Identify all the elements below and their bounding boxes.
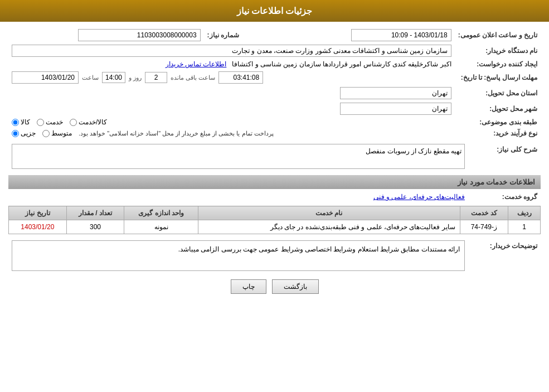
cell-date: 1403/01/20	[9, 220, 67, 234]
purchase-note: پرداخت تمام یا بخشی از مبلغ خریدار از مح…	[79, 130, 274, 137]
contact-link[interactable]: اطلاعات تماس خریدار	[166, 60, 227, 68]
purchase-type-row: پرداخت تمام یا بخشی از مبلغ خریدار از مح…	[8, 128, 455, 139]
response-date-row: 03:41:08 ساعت باقی مانده 2 روز و 14:00 س…	[8, 70, 455, 85]
buyer-org-box: سازمان زمین شناسی و اکتشافات معدنی کشور …	[12, 45, 451, 57]
category-goods-service-radio[interactable]	[70, 119, 77, 126]
info-table: تاریخ و ساعت اعلان عمومی: 1403/01/18 - 1…	[8, 27, 541, 139]
creator-text: اکبر شاکرخلیقه کندی کارشناس امور قرارداد…	[232, 60, 451, 68]
response-date-label: مهلت ارسال پاسخ: تا تاریخ:	[455, 70, 541, 85]
buyer-desc-value-cell: ارائه مستندات مطابق شرایط استعلام وشرایط…	[8, 239, 468, 273]
page-header: جزئیات اطلاعات نیاز	[0, 0, 549, 22]
response-time-box: 14:00	[102, 72, 125, 83]
creator-label: ایجاد کننده درخواست:	[455, 59, 541, 70]
announce-value: 1403/01/18 - 10:09	[293, 27, 455, 43]
cell-quantity: 300	[66, 220, 124, 234]
date-row: 03:41:08 ساعت باقی مانده 2 روز و 14:00 س…	[12, 71, 451, 84]
buyer-desc-box: ارائه مستندات مطابق شرایط استعلام وشرایط…	[12, 240, 465, 271]
col-quantity: تعداد / مقدار	[66, 206, 124, 220]
province-label: استان محل تحویل:	[455, 85, 541, 101]
services-table-body: 1 ز-749-74 سایر فعالیت‌های حرفه‌ای، علمی…	[9, 220, 541, 234]
creator-value: اکبر شاکرخلیقه کندی کارشناس امور قرارداد…	[8, 59, 455, 70]
buyer-org-label: نام دستگاه خریدار:	[455, 43, 541, 59]
remaining-time-box: 03:41:08	[218, 71, 263, 84]
purchase-partial-radio[interactable]	[12, 130, 19, 137]
response-time-label: ساعت	[82, 74, 99, 81]
category-goods-option[interactable]: کالا	[12, 118, 30, 126]
buyer-desc-label: توضیحات خریدار:	[468, 239, 541, 273]
col-unit: واحد اندازه گیری	[124, 206, 198, 220]
table-row: نام دستگاه خریدار: سازمان زمین شناسی و ا…	[8, 43, 541, 59]
category-service-option[interactable]: خدمت	[37, 118, 63, 126]
services-table: ردیف کد خدمت نام خدمت واحد اندازه گیری ت…	[8, 206, 541, 234]
tender-number-value: 1103003008000003	[8, 27, 204, 43]
purchase-partial-option[interactable]: جزیی	[12, 129, 36, 137]
buyer-desc-table: توضیحات خریدار: ارائه مستندات مطابق شرای…	[8, 239, 541, 273]
category-goods-radio[interactable]	[12, 119, 19, 126]
services-section-header: اطلاعات خدمات مورد نیاز	[8, 175, 541, 189]
buyer-desc-row: توضیحات خریدار: ارائه مستندات مطابق شرای…	[8, 239, 541, 273]
cell-service-name: سایر فعالیت‌های حرفه‌ای، علمی و فنی طبقه…	[198, 220, 460, 234]
category-radios: کالا/خدمت خدمت کالا	[8, 117, 455, 128]
services-table-head: ردیف کد خدمت نام خدمت واحد اندازه گیری ت…	[9, 206, 541, 220]
category-goods-service-label: کالا/خدمت	[79, 118, 107, 126]
general-desc-box: تهیه مقطع نازک از رسوبات منفصل	[12, 144, 465, 169]
print-button[interactable]: چاپ	[231, 279, 266, 294]
table-row: طبقه بندی موضوعی: کالا/خدمت خدمت کالا	[8, 117, 541, 128]
tender-number-box: 1103003008000003	[78, 29, 201, 41]
general-desc-table: شرح کلی نیاز: تهیه مقطع نازک از رسوبات م…	[8, 142, 541, 171]
announce-label: تاریخ و ساعت اعلان عمومی:	[455, 27, 541, 43]
city-label: شهر محل تحویل:	[455, 101, 541, 117]
table-row: 1 ز-749-74 سایر فعالیت‌های حرفه‌ای، علمی…	[9, 220, 541, 234]
purchase-partial-label: جزیی	[21, 129, 36, 137]
category-service-radio[interactable]	[37, 119, 44, 126]
table-row: مهلت ارسال پاسخ: تا تاریخ: 03:41:08 ساعت…	[8, 70, 541, 85]
buyer-org-value: سازمان زمین شناسی و اکتشافات معدنی کشور …	[8, 43, 455, 59]
general-desc-label: شرح کلی نیاز:	[468, 142, 541, 171]
service-group-row: گروه خدمت: فعالیت‌های حرفه‌ای، علمی و فن…	[8, 191, 541, 202]
response-days-label: روز و	[129, 74, 142, 81]
purchase-type-group: پرداخت تمام یا بخشی از مبلغ خریدار از مح…	[12, 129, 451, 137]
response-days-box: 2	[145, 72, 167, 83]
cell-unit: نمونه	[124, 220, 198, 234]
province-value: تهران	[8, 85, 455, 101]
table-row: نوع فرآیند خرید: پرداخت تمام یا بخشی از …	[8, 128, 541, 139]
back-button[interactable]: بازگشت	[272, 279, 319, 294]
service-group-value-cell: فعالیت‌های حرفه‌ای، علمی و فنی	[8, 191, 468, 202]
category-label: طبقه بندی موضوعی:	[455, 117, 541, 128]
buttons-row: بازگشت چاپ	[8, 279, 541, 294]
table-row: استان محل تحویل: تهران	[8, 85, 541, 101]
response-date-box: 1403/01/20	[12, 71, 79, 84]
general-desc-text: تهیه مقطع نازک از رسوبات منفصل	[366, 147, 461, 155]
col-service-name: نام خدمت	[198, 206, 460, 220]
purchase-medium-radio[interactable]	[42, 130, 50, 137]
purchase-type-label: نوع فرآیند خرید:	[455, 128, 541, 139]
buyer-desc-text: ارائه مستندات مطابق شرایط استعلام وشرایط…	[178, 245, 460, 253]
page-title: جزئیات اطلاعات نیاز	[237, 6, 313, 16]
main-content: تاریخ و ساعت اعلان عمومی: 1403/01/18 - 1…	[0, 22, 549, 305]
table-row: شهر محل تحویل: تهران	[8, 101, 541, 117]
table-row: ایجاد کننده درخواست: اکبر شاکرخلیقه کندی…	[8, 59, 541, 70]
tender-number-label: شماره نیاز:	[204, 27, 276, 43]
general-desc-row: شرح کلی نیاز: تهیه مقطع نازک از رسوبات م…	[8, 142, 541, 171]
city-box: تهران	[340, 103, 451, 115]
page-wrapper: جزئیات اطلاعات نیاز تاریخ و ساعت اعلان ع…	[0, 0, 549, 392]
col-date: تاریخ نیاز	[9, 206, 67, 220]
col-row-num: ردیف	[508, 206, 541, 220]
cell-row-num: 1	[508, 220, 541, 234]
category-goods-label: کالا	[21, 118, 30, 126]
announce-value-box: 1403/01/18 - 10:09	[351, 29, 451, 41]
remaining-label: ساعت باقی مانده	[171, 74, 215, 81]
service-group-table: گروه خدمت: فعالیت‌های حرفه‌ای، علمی و فن…	[8, 191, 541, 202]
service-group-value[interactable]: فعالیت‌های حرفه‌ای، علمی و فنی	[373, 193, 465, 201]
service-group-label: گروه خدمت:	[468, 191, 541, 202]
category-radio-group: کالا/خدمت خدمت کالا	[12, 118, 451, 126]
cell-service-code: ز-749-74	[460, 220, 508, 234]
table-row: تاریخ و ساعت اعلان عمومی: 1403/01/18 - 1…	[8, 27, 541, 43]
general-desc-value-cell: تهیه مقطع نازک از رسوبات منفصل	[8, 142, 468, 171]
category-service-label: خدمت	[46, 118, 63, 126]
services-table-header-row: ردیف کد خدمت نام خدمت واحد اندازه گیری ت…	[9, 206, 541, 220]
province-box: تهران	[340, 87, 451, 99]
col-service-code: کد خدمت	[460, 206, 508, 220]
purchase-medium-option[interactable]: متوسط	[42, 129, 72, 137]
category-goods-service-option[interactable]: کالا/خدمت	[70, 118, 107, 126]
